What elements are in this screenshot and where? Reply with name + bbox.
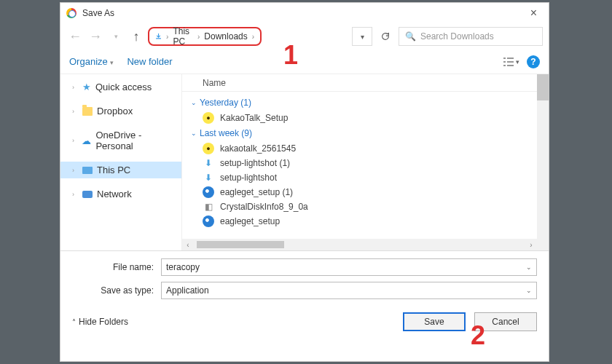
tree-label: OneDrive - Personal [95, 130, 176, 151]
window-title: Save As [82, 8, 114, 18]
file-item[interactable]: ⬇setup-lightshot (1) [182, 156, 549, 170]
address-dropdown[interactable]: ▾ [352, 27, 372, 46]
vertical-scrollbar[interactable] [537, 74, 549, 250]
saveastype-select[interactable]: Application ⌄ [161, 282, 537, 299]
tree-dropbox[interactable]: › Dropbox [60, 103, 181, 119]
setup-icon: ⬇ [203, 157, 214, 169]
network-icon [82, 191, 93, 198]
star-icon: ★ [82, 82, 91, 92]
file-name: kakaotalk_2561545 [220, 143, 296, 154]
breadcrumb-this-pc[interactable]: This PC [173, 26, 193, 47]
file-item[interactable]: ◧CrystalDiskInfo8_9_0a [182, 199, 549, 214]
forward-button[interactable]: → [87, 28, 104, 45]
chevron-right-icon: › [197, 33, 200, 41]
chevron-right-icon: › [72, 137, 77, 144]
file-name: eagleget_setup (1) [220, 187, 293, 197]
file-pane: Name ⌄ Yesterday (1) ●KakaoTalk_Setup ⌄ … [181, 74, 549, 250]
help-button[interactable]: ? [527, 55, 540, 68]
file-name: eagleget_setup [220, 216, 280, 226]
file-item[interactable]: ⬇setup-lightshot [182, 170, 549, 185]
file-item[interactable]: eagleget_setup (1) [182, 185, 549, 199]
refresh-button[interactable] [375, 27, 396, 46]
save-button[interactable]: Save [403, 312, 466, 331]
view-options-button[interactable]: ▾ [503, 57, 519, 67]
disk-icon: ◧ [203, 201, 214, 213]
toolbar: Organize ▾ New folder ▾ ? [60, 50, 549, 74]
chevron-up-icon: ˄ [72, 318, 76, 326]
pc-icon [82, 167, 93, 174]
column-header-name[interactable]: Name [182, 74, 549, 92]
chevron-right-icon: › [72, 191, 78, 198]
back-button[interactable]: ← [66, 28, 84, 45]
address-bar[interactable]: › This PC › Downloads › [148, 27, 262, 46]
saveastype-value: Application [166, 285, 209, 296]
tree-label: This PC [97, 165, 130, 175]
hide-folders-button[interactable]: ˄ Hide Folders [72, 317, 128, 327]
chevron-right-icon: › [166, 33, 168, 41]
body: › ★ Quick access › Dropbox › ☁ OneDrive … [60, 74, 549, 250]
group-label: Yesterday (1) [200, 98, 251, 108]
new-folder-button[interactable]: New folder [127, 56, 172, 67]
horizontal-scrollbar[interactable]: ‹ › [182, 239, 537, 250]
filename-value: teracopy [166, 262, 200, 272]
app-icon [203, 215, 214, 227]
file-name: CrystalDiskInfo8_9_0a [220, 202, 308, 212]
app-icon: ● [203, 143, 214, 154]
tree-quick-access[interactable]: › ★ Quick access [60, 79, 181, 95]
cloud-icon: ☁ [82, 135, 91, 146]
scroll-right-icon[interactable]: › [525, 241, 537, 249]
chevron-down-icon: ⌄ [191, 99, 197, 106]
file-item[interactable]: eagleget_setup [182, 214, 549, 229]
file-list: ⌄ Yesterday (1) ●KakaoTalk_Setup ⌄ Last … [182, 92, 549, 239]
tree-label: Network [97, 189, 132, 199]
app-icon [203, 186, 214, 198]
organize-button[interactable]: Organize ▾ [69, 56, 114, 67]
scrollbar-thumb[interactable] [197, 241, 284, 248]
app-icon: ● [203, 112, 214, 124]
chevron-right-icon: › [72, 167, 78, 174]
file-name: setup-lightshot (1) [220, 158, 290, 168]
search-icon: 🔍 [405, 31, 416, 41]
chevron-right-icon: › [72, 108, 78, 115]
tree-this-pc[interactable]: › This PC [60, 162, 181, 178]
tree-network[interactable]: › Network [60, 186, 181, 202]
scroll-left-icon[interactable]: ‹ [182, 241, 194, 249]
chevron-right-icon: › [72, 84, 78, 91]
tree-label: Dropbox [97, 106, 133, 116]
chevron-right-icon: › [252, 33, 254, 41]
tree-label: Quick access [95, 82, 152, 92]
breadcrumb-downloads[interactable]: Downloads [204, 31, 247, 41]
saveastype-label: Save as type: [72, 285, 161, 296]
filename-input[interactable]: teracopy ⌄ [161, 258, 537, 276]
search-input[interactable]: 🔍 Search Downloads [399, 27, 543, 46]
filename-label: File name: [72, 262, 161, 272]
group-label: Last week (9) [200, 128, 252, 138]
chevron-down-icon[interactable]: ⌄ [526, 264, 532, 271]
up-button[interactable]: ↑ [128, 28, 145, 45]
tree-onedrive[interactable]: › ☁ OneDrive - Personal [60, 127, 181, 154]
nav-tree: › ★ Quick access › Dropbox › ☁ OneDrive … [60, 74, 181, 250]
file-name: setup-lightshot [220, 173, 277, 183]
titlebar: Save As × [60, 3, 549, 23]
hide-folders-label: Hide Folders [79, 317, 128, 327]
downloads-icon [155, 31, 162, 41]
nav-row: ← → ▾ ↑ › This PC › Downloads › ▾ 🔍 Sear… [60, 23, 549, 50]
chevron-down-icon[interactable]: ⌄ [526, 287, 532, 294]
recent-dropdown[interactable]: ▾ [107, 28, 125, 45]
file-name: KakaoTalk_Setup [220, 113, 288, 123]
file-item[interactable]: ●kakaotalk_2561545 [182, 141, 549, 156]
chevron-down-icon: ⌄ [191, 130, 197, 137]
cancel-button[interactable]: Cancel [474, 312, 537, 331]
file-item[interactable]: ●KakaoTalk_Setup [182, 111, 549, 125]
group-last-week[interactable]: ⌄ Last week (9) [182, 125, 549, 141]
group-yesterday[interactable]: ⌄ Yesterday (1) [182, 95, 549, 111]
chrome-icon [66, 8, 76, 18]
close-button[interactable]: × [525, 7, 543, 20]
bottom-panel: File name: teracopy ⌄ Save as type: Appl… [60, 250, 549, 339]
scrollbar-thumb[interactable] [537, 74, 549, 100]
search-placeholder: Search Downloads [420, 31, 494, 41]
folder-icon [82, 107, 93, 116]
setup-icon: ⬇ [203, 172, 214, 183]
save-as-dialog: Save As × ← → ▾ ↑ › This PC › Downloads … [60, 2, 549, 362]
